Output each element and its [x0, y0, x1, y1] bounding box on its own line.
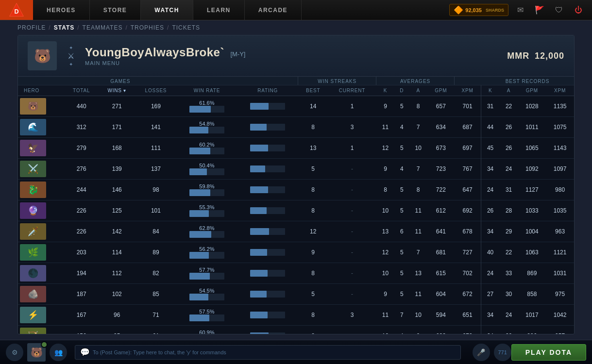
rating-fill	[250, 291, 267, 298]
main-content: 🐻 ✦ ⚔ ✦ YoungBoyAlwaysBroke` [M-Y] MAIN …	[17, 35, 575, 334]
cell-d: 5	[394, 138, 409, 159]
cell-a: 11	[409, 221, 427, 242]
cell-ba: 31	[500, 180, 518, 200]
cell-wins: 271	[99, 96, 135, 117]
mail-icon[interactable]: ✉	[512, 2, 528, 18]
table-row[interactable]: 🔮 226 125 101 55.3% 8 - 10 5 11 612 692 …	[18, 200, 574, 221]
th-rating: RATING	[237, 85, 298, 96]
th-wins[interactable]: WINS ▾	[99, 85, 135, 96]
stats-tbody: 🐻 440 271 169 61.6% 14 1 9 5 8 657 701 3…	[18, 96, 574, 334]
shield-icon[interactable]: 🛡	[551, 2, 567, 18]
group-header-row: GAMES WIN STREAKS AVERAGES BEST RECORDS	[18, 77, 574, 85]
cell-gpm: 633	[427, 326, 454, 334]
bc-teammates[interactable]: TEAMMATES	[83, 24, 123, 31]
bc-profile[interactable]: PROFILE	[17, 24, 46, 31]
hero-thumbnail: 🔮	[20, 202, 46, 219]
cell-rating	[237, 263, 298, 284]
cell-a: 10	[409, 138, 427, 159]
cell-gpm: 641	[427, 221, 454, 242]
play-dota-button[interactable]: PLAY DOTA	[511, 344, 586, 361]
cell-bxpm: 963	[546, 221, 574, 242]
rating-bar	[250, 249, 285, 256]
table-row[interactable]: 🦅 279 168 111 60.2% 13 1 12 5 10 673 697…	[18, 138, 574, 159]
power-icon[interactable]: ⏻	[571, 2, 586, 18]
rating-bar	[250, 207, 285, 214]
cell-winrate: 56.2%	[176, 242, 237, 263]
bc-trophies[interactable]: TROPHIES	[131, 24, 164, 31]
nav-learn[interactable]: LEARN	[193, 0, 245, 20]
rating-fill	[250, 103, 269, 110]
cell-bxpm: 1075	[546, 117, 574, 138]
winrate-fill	[189, 168, 207, 175]
nav-arcade[interactable]: ARCADE	[245, 0, 302, 20]
cell-winrate: 54.5%	[176, 284, 237, 305]
cell-losses: 98	[135, 180, 177, 200]
cell-a: 11	[409, 200, 427, 221]
th-winrate[interactable]: WIN RATE	[176, 85, 237, 96]
cell-bgpm: 1028	[518, 96, 546, 117]
report-icon[interactable]: 🚩	[532, 2, 547, 18]
player-info: YoungBoyAlwaysBroke` [M-Y] MAIN MENU	[85, 46, 497, 66]
table-row[interactable]: 🗡️ 226 142 84 62.8% 12 - 13 6 11 641 678…	[18, 221, 574, 242]
bc-tickets[interactable]: TICKETS	[172, 24, 200, 31]
nav-heroes[interactable]: HEROES	[33, 0, 90, 20]
top-navigation: D HEROES STORE WATCH LEARN ARCADE 🔶 92,0…	[0, 0, 592, 20]
cell-bk: 34	[481, 305, 500, 326]
table-row[interactable]: 🌿 203 114 89 56.2% 9 - 12 5 7 681 727 40…	[18, 242, 574, 263]
chat-input[interactable]: 💬 To (Post Game): Type here to chat, the…	[75, 345, 461, 360]
table-row[interactable]: 🪨 187 102 85 54.5% 5 - 9 5 11 604 672 27…	[18, 284, 574, 305]
rating-fill	[250, 145, 268, 151]
cell-rating	[237, 138, 298, 159]
cell-current: 1	[328, 138, 376, 159]
winrate-fill	[189, 273, 210, 280]
cell-best: 5	[298, 159, 328, 180]
winrate-bar	[189, 127, 224, 133]
cell-losses: 71	[135, 305, 177, 326]
table-row[interactable]: 🌑 194 112 82 57.7% 8 - 10 5 13 615 702 2…	[18, 263, 574, 284]
cell-ba: 26	[500, 138, 518, 159]
rating-bar	[250, 312, 285, 318]
friends-icon[interactable]: 👥	[50, 344, 67, 361]
cell-bgpm: 1127	[518, 180, 546, 200]
bottom-avatar[interactable]: 🐻	[27, 343, 46, 362]
cell-winrate: 50.4%	[176, 159, 237, 180]
svg-text:D: D	[14, 8, 18, 15]
winrate-fill	[189, 294, 208, 300]
nav-watch[interactable]: WATCH	[141, 0, 193, 20]
hero-cell: 🌊	[18, 117, 64, 138]
cell-bk: 24	[481, 263, 500, 284]
table-row[interactable]: ⚔️ 276 139 137 50.4% 5 - 9 4 7 723 767 3…	[18, 159, 574, 180]
dota-logo[interactable]: D	[0, 0, 33, 20]
stats-table-container[interactable]: GAMES WIN STREAKS AVERAGES BEST RECORDS …	[18, 77, 574, 334]
cell-bgpm: 1092	[518, 159, 546, 180]
table-row[interactable]: ⚡ 167 96 71 57.5% 8 3 11 7 10 594 651 34…	[18, 305, 574, 326]
rating-fill	[250, 207, 267, 214]
cell-ba: 33	[500, 263, 518, 284]
table-row[interactable]: 🐻 440 271 169 61.6% 14 1 9 5 8 657 701 3…	[18, 96, 574, 117]
cell-best: 8	[298, 305, 328, 326]
mic-icon[interactable]: 🎤	[473, 344, 490, 361]
cell-total: 156	[64, 326, 99, 334]
cell-bxpm: 1097	[546, 159, 574, 180]
cell-bgpm: 1063	[518, 242, 546, 263]
cell-bgpm: 1004	[518, 221, 546, 242]
cell-total: 187	[64, 284, 99, 305]
table-row[interactable]: 🏹 156 95 61 60.9% 8 - 10 4 9 633 679 34 …	[18, 326, 574, 334]
cell-best: 8	[298, 180, 328, 200]
cell-gpm: 615	[427, 263, 454, 284]
winrate-bar	[189, 210, 224, 217]
cell-wins: 96	[99, 305, 135, 326]
winrate-fill	[189, 210, 209, 217]
hero-cell: 🗡️	[18, 221, 64, 242]
bc-stats[interactable]: STATS	[54, 24, 75, 31]
table-row[interactable]: 🐉 244 146 98 59.8% 8 - 8 5 8 722 647 24 …	[18, 180, 574, 200]
cell-k: 10	[376, 326, 395, 334]
nav-store[interactable]: STORE	[90, 0, 141, 20]
th-a: A	[409, 85, 427, 96]
cell-xpm: 678	[455, 221, 481, 242]
table-row[interactable]: 🌊 312 171 141 54.8% 8 3 11 4 7 634 687 4…	[18, 117, 574, 138]
settings-icon[interactable]: ⚙	[6, 344, 23, 361]
cell-best: 8	[298, 263, 328, 284]
th-current: CURRENT	[328, 85, 376, 96]
rating-bar	[250, 332, 285, 334]
